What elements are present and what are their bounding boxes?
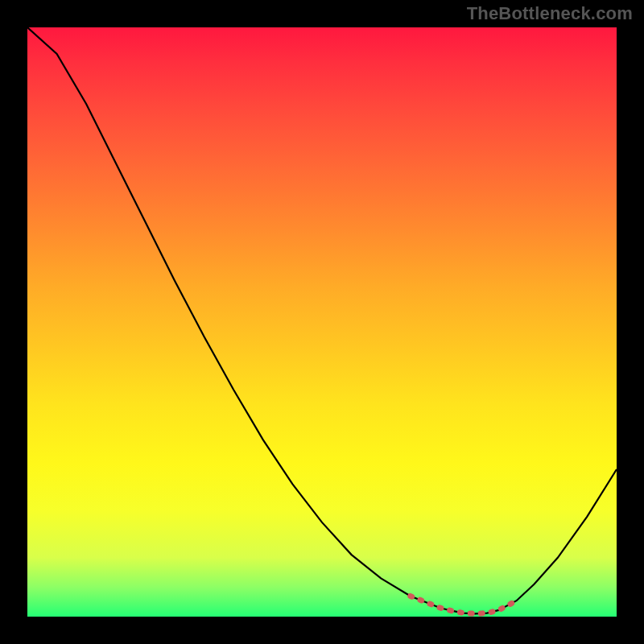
plot-area bbox=[27, 27, 617, 617]
curve-svg bbox=[27, 27, 617, 617]
watermark-text: TheBottleneck.com bbox=[467, 3, 633, 24]
highlight-dots bbox=[411, 596, 517, 613]
chart-container: TheBottleneck.com bbox=[0, 0, 644, 644]
bottleneck-curve bbox=[27, 27, 617, 613]
